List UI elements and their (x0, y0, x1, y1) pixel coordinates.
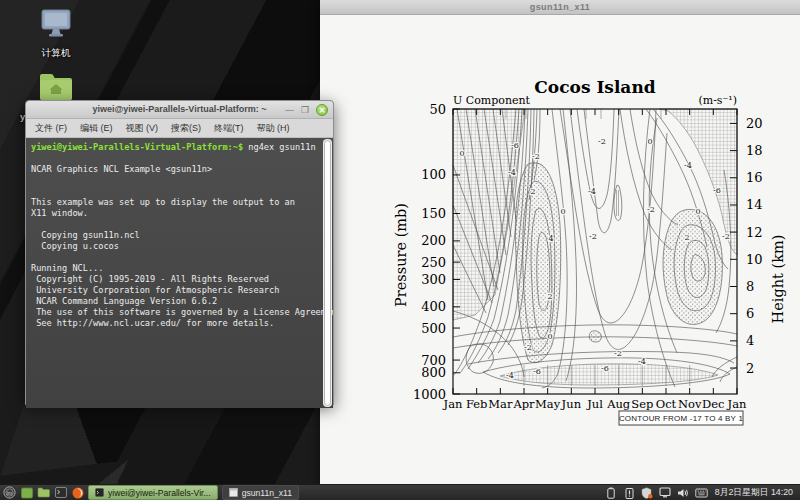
contour-value-label: -4 (684, 161, 692, 170)
contour-value-label: 0 (647, 137, 652, 146)
menu-edit[interactable]: 编辑 (E) (80, 122, 113, 135)
menu-help[interactable]: 帮助 (H) (257, 122, 290, 135)
files-launcher[interactable] (37, 486, 50, 499)
contour-value-label: -6 (533, 367, 541, 376)
terminal-line: University Corporation for Atmospheric R… (31, 285, 319, 296)
month-tick-label: Aug (606, 397, 631, 411)
ncl-contour-plot: Cocos Island U Component (m-s⁻¹) Pressur… (320, 15, 800, 485)
contour-value-label: -6 (511, 141, 519, 150)
menu-terminal[interactable]: 终端(T) (214, 122, 244, 135)
battery-icon[interactable] (605, 486, 618, 499)
computer-icon (36, 8, 76, 44)
terminal-line: See http://www.ncl.ucar.edu/ for more de… (31, 318, 319, 329)
terminal-line (31, 153, 319, 164)
contour-info-text: CONTOUR FROM -17 TO 4 BY 1 (619, 414, 744, 423)
pressure-axis-title: Pressure (mb) (393, 203, 409, 307)
contour-value-label: -2 (524, 343, 532, 352)
chart-units-header: (m-s⁻¹) (698, 94, 737, 107)
month-tick-label: Mar (488, 397, 513, 411)
minimize-button[interactable]: — (285, 105, 294, 115)
terminal-line: Copyright (C) 1995-2019 - All Rights Res… (31, 274, 319, 285)
terminal-line: The use of this software is governed by … (31, 307, 319, 318)
month-tick-label: Jan (727, 397, 747, 411)
taskbar-window-label: gsun11n_x11 (242, 488, 292, 498)
scrollbar-thumb[interactable] (324, 140, 331, 406)
window-icon (229, 488, 238, 497)
terminal-line: Running NCL... (31, 263, 319, 274)
month-tick-label: Nov (678, 397, 702, 411)
terminal-scrollbar[interactable] (323, 139, 332, 407)
x11-graphics-window: gsun11n_x11 Cocos Island U Component (m-… (320, 0, 800, 484)
computer-desktop-icon[interactable]: 计算机 (14, 8, 98, 60)
height-tick-label: 6 (746, 306, 754, 321)
height-tick-label: 12 (746, 225, 763, 240)
month-tick-label: Jan (443, 397, 463, 411)
pressure-tick-label: 150 (421, 206, 446, 221)
shield-update-icon[interactable] (641, 486, 654, 499)
pressure-tick-label: 300 (421, 272, 446, 287)
month-tick-label: Jul (586, 397, 603, 411)
volume-icon[interactable] (677, 486, 690, 499)
display-icon[interactable] (659, 486, 672, 499)
height-tick-label: 4 (746, 333, 754, 348)
system-tray: 8月2日星期日 14:20 (605, 486, 797, 499)
close-button[interactable]: ✕ (316, 104, 328, 116)
taskbar-window-label: yiwei@yiwei-Parallels-Vir... (108, 488, 211, 498)
contour-value-label: 2 (684, 233, 689, 242)
chart-left-header: U Component (453, 94, 531, 107)
terminal-output[interactable]: yiwei@yiwei-Parallels-Virtual-Platform:~… (26, 138, 333, 408)
terminal-lines: NCAR Graphics NCL Example <gsun11n> This… (31, 153, 319, 329)
menu-file[interactable]: 文件 (F) (35, 122, 67, 135)
contour-value-label: 0 (560, 207, 565, 216)
terminal-line: This example was set up to display the o… (31, 197, 319, 208)
terminal-menubar: 文件 (F) 编辑 (E) 视图 (V) 搜索(S) 终端(T) 帮助 (H) (26, 119, 333, 138)
month-tick-label: Oct (656, 397, 677, 411)
contour-value-label: -2 (532, 152, 540, 161)
month-tick-label: Apr (512, 397, 535, 411)
pressure-tick-label: 200 (421, 233, 446, 248)
mint-menu-button[interactable]: lm (3, 486, 16, 499)
taskbar-clock[interactable]: 8月2日星期日 14:20 (713, 487, 797, 499)
taskbar: lm yiwei@yiwei-Parallels-Vir... gsun11n_… (0, 484, 800, 500)
pressure-tick-label: 1000 (413, 387, 446, 402)
terminal-prompt-line: yiwei@yiwei-Parallels-Virtual-Platform:~… (31, 142, 319, 153)
terminal-titlebar[interactable]: yiwei@yiwei-Parallels-Virtual-Platform: … (26, 101, 333, 119)
menu-view[interactable]: 视图 (V) (126, 122, 159, 135)
computer-icon-label: 计算机 (42, 47, 71, 60)
battery-alert-icon[interactable] (623, 486, 636, 499)
contour-value-label: -6 (601, 364, 609, 373)
contour-value-label: -2 (647, 205, 655, 214)
height-axis-title: Height (km) (770, 235, 786, 324)
contour-value-label: 2 (547, 292, 552, 301)
terminal-icon (95, 488, 104, 497)
height-tick-label: 18 (746, 143, 763, 158)
month-tick-label: May (535, 397, 561, 411)
terminal-window: yiwei@yiwei-Parallels-Virtual-Platform: … (25, 100, 334, 405)
x11-window-title: gsun11n_x11 (530, 2, 590, 12)
height-tick-label: 10 (746, 252, 763, 267)
taskbar-window-gsun11n[interactable]: gsun11n_x11 (222, 485, 299, 500)
month-tick-label: Dec (702, 397, 724, 411)
taskbar-window-terminal[interactable]: yiwei@yiwei-Parallels-Vir... (88, 485, 218, 500)
shell-prompt: yiwei@yiwei-Parallels-Virtual-Platform:~… (31, 142, 243, 152)
terminal-launcher[interactable] (54, 486, 67, 499)
menu-search[interactable]: 搜索(S) (171, 122, 201, 135)
height-tick-label: 2 (746, 361, 754, 376)
month-tick-label: Feb (466, 397, 488, 411)
height-tick-label: 14 (746, 197, 763, 212)
show-desktop-button[interactable] (20, 486, 33, 499)
month-tick-label: Sep (631, 397, 653, 411)
contour-value-label: 4 (548, 234, 553, 243)
pressure-tick-label: 800 (421, 365, 446, 380)
contour-value-label: -2 (598, 137, 606, 146)
x11-window-titlebar[interactable]: gsun11n_x11 (320, 0, 800, 15)
maximize-button[interactable]: ❐ (301, 105, 309, 115)
height-tick-label: 8 (746, 279, 754, 294)
firefox-launcher[interactable] (71, 486, 84, 499)
contour-value-label: -4 (508, 168, 516, 177)
terminal-line: Copying u.cocos (31, 241, 319, 252)
svg-text:lm: lm (7, 490, 12, 496)
keyboard-input-icon[interactable] (695, 486, 708, 499)
contour-value-label: -2 (722, 232, 730, 241)
terminal-line: NCAR Command Language Version 6.6.2 (31, 296, 319, 307)
